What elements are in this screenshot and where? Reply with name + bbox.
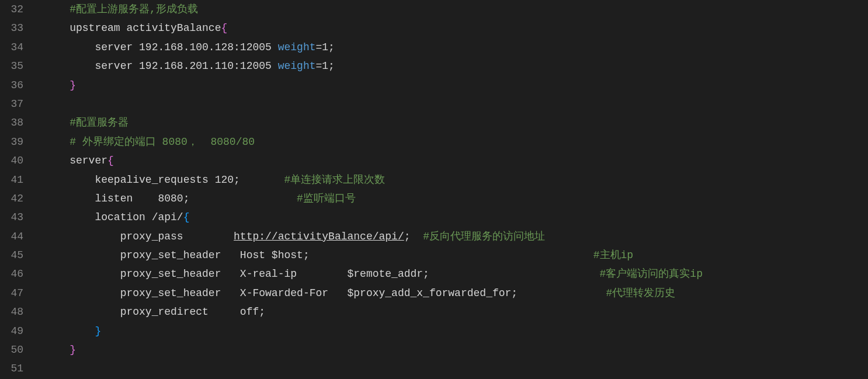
indent xyxy=(44,136,70,148)
line-number-gutter: 32 33 34 35 36 37 38 39 40 41 42 43 44 4… xyxy=(0,0,35,379)
indent xyxy=(44,344,70,356)
line-number: 43 xyxy=(0,208,23,227)
indent xyxy=(44,60,95,72)
line-number: 34 xyxy=(0,38,23,57)
code-line[interactable]: server 192.168.100.128:12005 weight=1; xyxy=(44,38,868,57)
code-text: proxy_redirect off; xyxy=(120,306,265,318)
line-number: 39 xyxy=(0,133,23,151)
code-line[interactable]: #配置服务器 xyxy=(44,113,868,132)
code-line[interactable]: # 外界绑定的端口 8080， 8080/80 xyxy=(44,133,868,151)
line-number: 36 xyxy=(0,76,23,95)
line-number: 35 xyxy=(0,57,23,75)
code-line[interactable]: proxy_set_header Host $host; #主机ip xyxy=(44,246,868,265)
code-line[interactable]: location /api/{ xyxy=(44,208,868,227)
code-text: server 192.168.100.128:12005 xyxy=(95,41,277,53)
brace-close: } xyxy=(95,325,101,337)
comment: #代理转发历史 xyxy=(606,287,675,299)
code-line[interactable]: server 192.168.201.110:12005 weight=1; xyxy=(44,57,868,75)
line-number: 37 xyxy=(0,95,23,113)
indent xyxy=(44,193,95,204)
comment: #配置服务器 xyxy=(70,117,129,128)
line-number: 42 xyxy=(0,189,23,208)
keyword: weight xyxy=(278,60,316,72)
line-number: 38 xyxy=(0,113,23,132)
code-line[interactable]: } xyxy=(44,322,868,340)
code-content-area[interactable]: #配置上游服务器,形成负载 upstream activityBalance{ … xyxy=(35,0,868,379)
indent xyxy=(44,174,95,186)
brace-open: { xyxy=(221,22,227,34)
code-line[interactable] xyxy=(44,359,868,378)
code-text: =1; xyxy=(316,60,335,72)
line-number: 51 xyxy=(0,359,23,378)
code-text: proxy_pass xyxy=(120,231,234,242)
indent xyxy=(44,249,120,261)
code-text: proxy_set_header X-real-ip $remote_addr; xyxy=(120,268,600,280)
code-line[interactable]: proxy_set_header X-Fowarded-For $proxy_a… xyxy=(44,284,868,302)
indent xyxy=(44,79,70,91)
line-number: 44 xyxy=(0,227,23,246)
brace-open: { xyxy=(183,211,190,223)
indent xyxy=(44,41,95,53)
code-line[interactable]: proxy_pass http://activityBalance/api/; … xyxy=(44,227,868,246)
code-line[interactable]: } xyxy=(44,76,868,95)
code-line[interactable]: proxy_set_header X-real-ip $remote_addr;… xyxy=(44,265,868,283)
indent xyxy=(44,325,95,337)
comment: #监听端口号 xyxy=(297,193,356,204)
comment: #配置上游服务器,形成负载 xyxy=(70,4,198,15)
code-line[interactable]: } xyxy=(44,340,868,359)
line-number: 46 xyxy=(0,265,23,283)
code-text: =1; xyxy=(316,41,335,53)
comment: # 外界绑定的端口 8080， 8080/80 xyxy=(70,136,255,148)
line-number: 33 xyxy=(0,19,23,37)
line-number: 49 xyxy=(0,322,23,340)
code-text: server 192.168.201.110:12005 xyxy=(95,60,277,72)
brace-close: } xyxy=(70,79,76,91)
code-editor[interactable]: 32 33 34 35 36 37 38 39 40 41 42 43 44 4… xyxy=(0,0,868,379)
indent xyxy=(44,117,70,128)
code-text: ; xyxy=(404,231,423,242)
line-number: 40 xyxy=(0,151,23,170)
comment: #单连接请求上限次数 xyxy=(284,174,385,186)
code-line[interactable]: server{ xyxy=(44,151,868,170)
indent xyxy=(44,22,70,34)
code-text: listen 8080; xyxy=(95,193,297,204)
code-text: proxy_set_header X-Fowarded-For $proxy_a… xyxy=(120,287,606,299)
indent xyxy=(44,268,120,280)
comment: #客户端访问的真实ip xyxy=(600,268,703,280)
line-number: 32 xyxy=(0,0,23,19)
code-text: proxy_set_header Host $host; xyxy=(120,249,593,261)
url-link[interactable]: http://activityBalance/api/ xyxy=(234,231,404,242)
code-line[interactable] xyxy=(44,95,868,113)
comment: #反向代理服务的访问地址 xyxy=(423,231,545,242)
brace-open: { xyxy=(107,155,114,166)
code-text: location /api/ xyxy=(95,211,183,223)
indent xyxy=(44,4,70,15)
code-text: server xyxy=(70,155,107,166)
code-line[interactable]: listen 8080; #监听端口号 xyxy=(44,189,868,208)
line-number: 48 xyxy=(0,302,23,321)
code-line[interactable]: #配置上游服务器,形成负载 xyxy=(44,0,868,19)
comment: #主机ip xyxy=(593,249,633,261)
code-text: upstream activityBalance xyxy=(70,22,221,34)
brace-close: } xyxy=(70,344,76,356)
code-line[interactable]: proxy_redirect off; xyxy=(44,302,868,321)
code-line[interactable]: keepalive_requests 120; #单连接请求上限次数 xyxy=(44,171,868,189)
code-text: keepalive_requests 120; xyxy=(95,174,284,186)
indent xyxy=(44,306,120,318)
line-number: 41 xyxy=(0,171,23,189)
indent xyxy=(44,211,95,223)
line-number: 47 xyxy=(0,284,23,302)
line-number: 45 xyxy=(0,246,23,265)
indent xyxy=(44,155,70,166)
keyword: weight xyxy=(278,41,316,53)
indent xyxy=(44,231,120,242)
indent xyxy=(44,287,120,299)
line-number: 50 xyxy=(0,340,23,359)
code-line[interactable]: upstream activityBalance{ xyxy=(44,19,868,37)
